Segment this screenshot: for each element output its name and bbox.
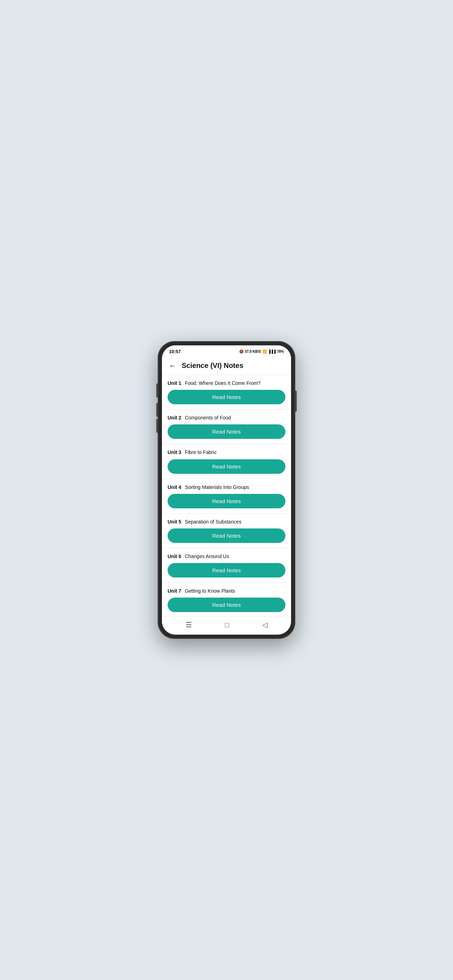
speed-label: 37.0 KB/S bbox=[245, 350, 261, 353]
unit-title-row: Unit 2Components of Food bbox=[168, 415, 285, 421]
status-bar: 10:57 🔕 37.0 KB/S 📶 ▐▐▐ 78% bbox=[162, 345, 291, 356]
read-notes-button[interactable]: Read Notes bbox=[168, 425, 285, 439]
signal-icon: ▐▐▐ bbox=[268, 350, 275, 353]
wifi-icon: 📶 bbox=[262, 350, 267, 353]
unit-name: Getting to Know Plants bbox=[185, 588, 235, 594]
content-list: Unit 1Food: Where Does It Come From?Read… bbox=[162, 375, 291, 616]
read-notes-button[interactable]: Read Notes bbox=[168, 459, 285, 474]
unit-title-row: Unit 5Separation of Substances bbox=[168, 519, 285, 525]
read-notes-button[interactable]: Read Notes bbox=[168, 563, 285, 578]
bottom-nav: ☰ □ ◁ bbox=[162, 616, 291, 635]
unit-title-row: Unit 4Sorting Materials Into Groups bbox=[168, 484, 285, 490]
unit-title-row: Unit 7Getting to Know Plants bbox=[168, 588, 285, 594]
menu-nav-icon[interactable]: ☰ bbox=[186, 620, 192, 629]
back-button[interactable]: ← bbox=[168, 361, 178, 371]
home-nav-icon[interactable]: □ bbox=[225, 621, 229, 629]
mute-icon: 🔕 bbox=[239, 350, 243, 353]
unit-label: Unit 4 bbox=[168, 484, 181, 490]
read-notes-button[interactable]: Read Notes bbox=[168, 528, 285, 543]
back-nav-icon[interactable]: ◁ bbox=[262, 620, 267, 629]
unit-label: Unit 2 bbox=[168, 415, 181, 420]
status-time: 10:57 bbox=[169, 349, 181, 354]
battery-label: 78% bbox=[277, 350, 284, 353]
unit-name: Fibre to Fabric bbox=[185, 449, 217, 455]
unit-card: Unit 4Sorting Materials Into GroupsRead … bbox=[162, 479, 291, 514]
read-notes-button[interactable]: Read Notes bbox=[168, 494, 285, 508]
unit-name: Food: Where Does It Come From? bbox=[185, 380, 261, 386]
unit-title-row: Unit 6Changes Around Us bbox=[168, 553, 285, 560]
unit-label: Unit 7 bbox=[168, 588, 181, 594]
unit-card: Unit 7Getting to Know PlantsRead Notes bbox=[162, 583, 291, 616]
unit-label: Unit 3 bbox=[168, 449, 181, 455]
header: ← Science (VI) Notes bbox=[162, 356, 291, 375]
unit-name: Separation of Substances bbox=[185, 519, 241, 525]
unit-title-row: Unit 3Fibre to Fabric bbox=[168, 449, 285, 455]
unit-card: Unit 6Changes Around UsRead Notes bbox=[162, 548, 291, 583]
unit-card: Unit 1Food: Where Does It Come From?Read… bbox=[162, 375, 291, 410]
phone-screen: 10:57 🔕 37.0 KB/S 📶 ▐▐▐ 78% ← Science (V… bbox=[162, 345, 291, 635]
unit-card: Unit 2Components of FoodRead Notes bbox=[162, 410, 291, 444]
unit-name: Sorting Materials Into Groups bbox=[185, 484, 249, 490]
unit-label: Unit 1 bbox=[168, 380, 181, 386]
phone-device: 10:57 🔕 37.0 KB/S 📶 ▐▐▐ 78% ← Science (V… bbox=[158, 341, 295, 639]
unit-label: Unit 5 bbox=[168, 519, 181, 525]
status-icons: 🔕 37.0 KB/S 📶 ▐▐▐ 78% bbox=[239, 350, 284, 353]
read-notes-button[interactable]: Read Notes bbox=[168, 598, 285, 612]
unit-label: Unit 6 bbox=[168, 554, 181, 559]
unit-card: Unit 3Fibre to FabricRead Notes bbox=[162, 444, 291, 479]
unit-name: Changes Around Us bbox=[185, 553, 229, 560]
unit-title-row: Unit 1Food: Where Does It Come From? bbox=[168, 380, 285, 386]
page-title: Science (VI) Notes bbox=[182, 361, 243, 370]
unit-name: Components of Food bbox=[185, 415, 231, 421]
read-notes-button[interactable]: Read Notes bbox=[168, 390, 285, 404]
unit-card: Unit 5Separation of SubstancesRead Notes bbox=[162, 514, 291, 548]
